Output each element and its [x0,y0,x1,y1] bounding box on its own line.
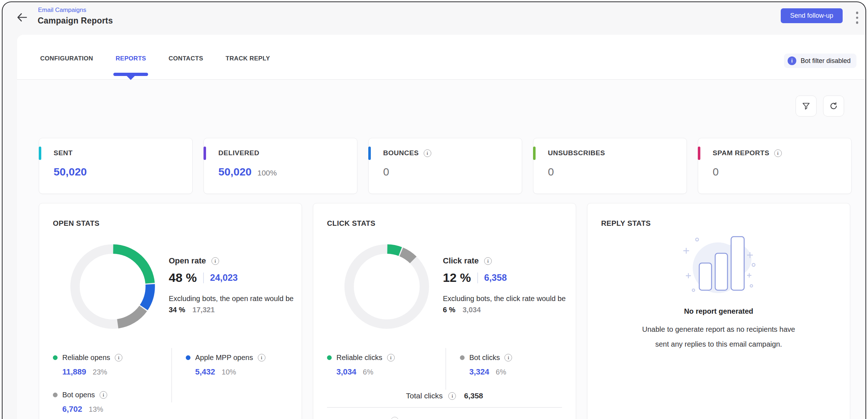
card-label: UNSUBSCRIBES [548,149,605,157]
app-window: Email Campaigns Campaign Reports Send fo… [2,1,866,419]
click-rate-percent: 12 % [443,271,471,285]
more-options-button[interactable] [854,10,861,26]
info-icon[interactable] [100,391,107,399]
summary-card-unsubscribes: UNSUBSCRIBES 0 [533,138,687,194]
divider [477,272,478,283]
section-divider [327,407,562,408]
reply-stats-card: REPLY STATS No report generated Unable t… [587,203,850,419]
open-rate-percent: 48 % [169,271,197,285]
empty-state-text: Unable to generate report as no recipien… [637,322,800,352]
empty-state-title: No report generated [587,307,850,316]
tab-track-reply[interactable]: TRACK REPLY [225,50,271,75]
card-accent-bar [368,147,371,160]
info-icon: i [788,56,796,65]
refresh-button[interactable] [823,96,844,117]
breadcrumb[interactable]: Email Campaigns [38,7,86,14]
rate-label: Open rate [169,256,206,266]
info-icon[interactable] [115,354,122,361]
divider [203,272,204,283]
open-rate-count: 24,023 [210,272,238,283]
click-rate-count: 6,358 [484,272,507,283]
open-stats-donut-chart [70,244,155,329]
legend-dot [53,393,58,397]
card-accent-bar [39,147,41,160]
card-value: 50,020 [218,166,252,178]
legend-dot [186,355,190,360]
legend-item-apple-mpp-opens: Apple MPP opens 5,432 10% [186,354,265,377]
info-icon[interactable] [258,354,265,361]
rate-label: Click rate [443,256,479,266]
card-accent-bar [533,147,536,160]
card-accent-bar [204,147,206,160]
tab-configuration[interactable]: CONFIGURATION [39,50,94,75]
excluding-bots-note: Excluding bots, the open rate would be 3… [169,293,296,316]
click-stats-card: CLICK STATS Click rate 12 % 6,358 Exclud… [313,203,576,419]
legend-dot [53,355,58,360]
excluding-bots-note: Excluding bots, the click rate would be … [443,293,570,316]
section-title: OPEN STATS [53,219,100,228]
info-icon[interactable] [448,392,456,400]
bot-filter-badge: i Bot filter disabled [784,54,856,68]
legend-item-reliable-clicks: Reliable clicks 3,034 6% [327,354,395,377]
info-icon [391,417,399,419]
back-button[interactable] [15,10,29,25]
legend-item-bot-clicks: Bot clicks 3,324 6% [460,354,512,377]
active-tab-notch [127,76,135,80]
info-icon[interactable] [387,354,395,361]
legend-dot [460,355,465,360]
card-secondary-value: 100% [257,169,277,177]
legend-item-bot-opens: Bot opens 6,702 13% [53,391,107,414]
section-title: REPLY STATS [601,219,651,228]
page-title: Campaign Reports [38,16,113,26]
card-value: 0 [713,166,719,178]
refresh-icon [829,101,838,111]
summary-card-delivered: DELIVERED 50,020 100% [204,138,357,194]
total-clicks-row: Total clicks 6,358 [313,392,576,400]
card-label: SPAM REPORTS [713,149,770,157]
summary-card-sent: SENT 50,020 [39,138,193,194]
open-stats-card: OPEN STATS Open rate 48 % 24,023 Excludi… [39,203,302,419]
filter-button[interactable] [796,96,817,117]
empty-report-illustration [664,229,773,301]
tab-bar: CONFIGURATION REPORTS CONTACTS TRACK REP… [17,35,865,80]
legend-divider [171,348,172,402]
info-icon[interactable] [424,149,431,157]
section-title: CLICK STATS [327,219,376,228]
active-tab-indicator [113,73,148,76]
info-icon[interactable] [774,149,782,157]
summary-card-bounces: BOUNCES 0 [368,138,522,194]
card-label: DELIVERED [218,149,259,157]
card-label: BOUNCES [383,149,419,157]
card-value: 0 [383,166,389,178]
info-icon[interactable] [484,257,492,265]
legend-item-reliable-opens: Reliable opens 11,889 23% [53,354,122,377]
card-label: SENT [54,149,73,157]
send-follow-up-button[interactable]: Send follow-up [781,8,843,23]
back-arrow-icon [16,11,29,24]
card-value: 0 [548,166,554,178]
card-value: 50,020 [54,166,87,178]
info-icon[interactable] [504,354,512,361]
tab-contacts[interactable]: CONTACTS [168,50,204,75]
summary-card-spam-reports: SPAM REPORTS 0 [698,138,852,194]
click-stats-donut-chart [344,244,429,329]
card-accent-bar [698,147,700,160]
filter-icon [801,101,811,111]
tab-reports[interactable]: REPORTS [115,50,147,75]
info-icon[interactable] [211,257,219,265]
legend-divider [445,348,446,390]
legend-dot [327,355,332,360]
